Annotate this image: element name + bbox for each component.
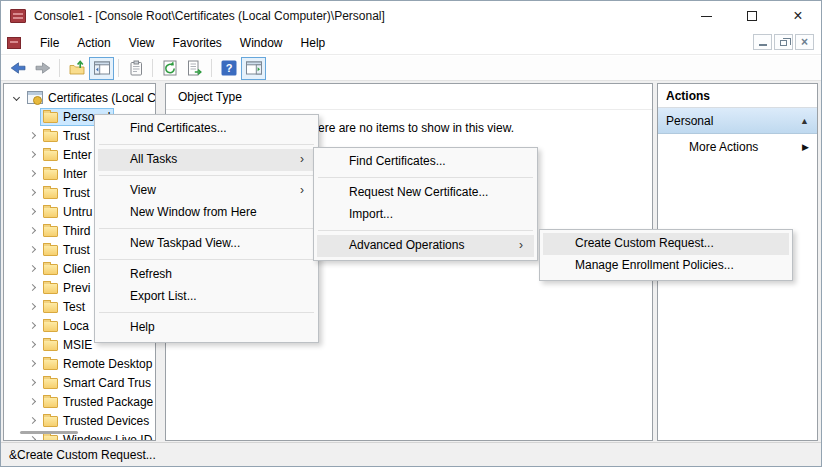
actions-group-personal[interactable]: Personal ▲ [658,108,817,134]
menu-item-label: Help [130,320,155,334]
menu-item-import[interactable]: Import... [317,204,534,226]
minimize-button[interactable] [683,1,729,31]
certstore-icon [27,91,43,104]
tree-item-remote-desktop[interactable]: Remote Desktop [4,354,155,373]
menu-item-advanced-operations[interactable]: Advanced Operations› [317,235,534,257]
collapsed-chevron-icon[interactable] [24,361,40,366]
console-child-icon[interactable] [7,37,21,49]
collapsed-chevron-icon[interactable] [24,190,40,195]
folder-icon [43,226,58,237]
collapsed-chevron-icon[interactable] [24,380,40,385]
toolbar-show-action-pane-button[interactable] [241,57,266,80]
menubar-item-action[interactable]: Action [68,31,119,54]
folder-icon [43,283,58,294]
collapsed-chevron-icon[interactable] [24,266,40,271]
tree-item-certificates-local-c[interactable]: Certificates (Local C [4,88,155,107]
menu-item-all-tasks[interactable]: All Tasks› [98,149,315,171]
minimize-icon [701,16,712,17]
tree-item-label: Loca [58,319,89,333]
folder-icon [43,245,58,256]
title-bar[interactable]: Console1 - [Console Root\Certificates (L… [1,1,821,31]
maximize-button[interactable] [729,1,775,31]
folder-icon [43,321,58,332]
menu-item-create-custom-request[interactable]: Create Custom Request... [543,233,789,255]
tree-item-body: Remote Desktop [40,355,156,373]
expanded-chevron-icon[interactable] [8,95,24,100]
menu-item-label: Manage Enrollment Policies... [575,258,734,272]
collapsed-chevron-icon[interactable] [24,323,40,328]
collapsed-chevron-icon[interactable] [24,418,40,423]
collapsed-chevron-icon[interactable] [24,437,40,441]
toolbar-clipboard-button[interactable] [123,57,148,80]
collapsed-chevron-icon[interactable] [24,285,40,290]
menubar-item-favorites[interactable]: Favorites [164,31,231,54]
tree-item-label: MSIE [58,338,92,352]
menu-item-label: Import... [349,207,393,221]
menu-item-help[interactable]: Help [98,317,315,339]
more-actions-label: More Actions [689,140,758,154]
menu-item-find-certificates[interactable]: Find Certificates... [98,118,315,140]
mdi-close-button[interactable]: × [795,34,814,50]
toolbar-separator [118,59,119,77]
all-tasks-submenu: Find Certificates...Request New Certific… [313,147,538,261]
mmc-window: Console1 - [Console Root\Certificates (L… [0,0,822,467]
toolbar-export-list-button[interactable] [182,57,207,80]
folder-icon [43,112,58,123]
menu-item-refresh[interactable]: Refresh [98,264,315,286]
mdi-restore-icon [780,40,787,46]
tree-item-trusted-package[interactable]: Trusted Package [4,392,155,411]
context-menu: Find Certificates...All Tasks›View›New W… [94,114,319,343]
clipboard-icon [127,59,145,77]
menu-item-label: Create Custom Request... [575,236,714,250]
tree-item-trusted-devices[interactable]: Trusted Devices [4,411,155,430]
collapsed-chevron-icon[interactable] [24,247,40,252]
column-header-object-type[interactable]: Object Type [166,84,652,110]
toolbar-help-button[interactable]: ? [216,57,241,80]
mdi-restore-button[interactable] [774,34,793,50]
menu-item-export-list[interactable]: Export List... [98,286,315,308]
menu-item-manage-enrollment-policies[interactable]: Manage Enrollment Policies... [543,255,789,277]
tree-item-body: Trusted Devices [40,412,153,430]
collapsed-chevron-icon[interactable] [24,209,40,214]
toolbar-forward-button[interactable] [30,57,55,80]
menubar-item-window[interactable]: Window [231,31,292,54]
more-actions-arrow-icon: ▶ [802,142,809,152]
collapsed-chevron-icon[interactable] [24,152,40,157]
collapsed-chevron-icon[interactable] [24,228,40,233]
mdi-minimize-button[interactable] [753,34,772,50]
menu-item-label: Find Certificates... [130,121,227,135]
collapse-group-icon[interactable]: ▲ [800,116,809,126]
tree-item-body: Third [40,222,94,240]
menubar-item-help[interactable]: Help [292,31,335,54]
show-console-tree-icon [93,59,111,77]
tree-item-label: Trust [58,129,90,143]
toolbar-separator [152,59,153,77]
collapsed-chevron-icon[interactable] [24,342,40,347]
menu-item-find-certificates[interactable]: Find Certificates... [317,151,534,173]
actions-group-label: Personal [666,114,713,128]
menubar-item-view[interactable]: View [120,31,164,54]
collapsed-chevron-icon[interactable] [24,399,40,404]
collapsed-chevron-icon[interactable] [24,133,40,138]
svg-text:?: ? [225,62,232,74]
tree-item-smart-card-trus[interactable]: Smart Card Trus [4,373,155,392]
close-button[interactable]: × [775,1,821,31]
more-actions-item[interactable]: More Actions ▶ [658,134,817,160]
menu-bar: FileActionViewFavoritesWindowHelp × [1,31,821,55]
collapsed-chevron-icon[interactable] [24,171,40,176]
menu-separator [99,144,314,145]
collapsed-chevron-icon[interactable] [24,304,40,309]
menubar-item-file[interactable]: File [31,31,68,54]
toolbar-refresh-button[interactable] [157,57,182,80]
menu-item-view[interactable]: View› [98,180,315,202]
toolbar-back-button[interactable] [5,57,30,80]
up-one-level-icon [68,59,86,77]
menu-item-request-new-certificate[interactable]: Request New Certificate... [317,182,534,204]
export-list-icon [186,59,204,77]
menu-separator [318,230,533,231]
menu-item-new-window-from-here[interactable]: New Window from Here [98,202,315,224]
toolbar-show-console-tree-button[interactable] [89,57,114,80]
tree-horizontal-scrollbar[interactable] [20,431,78,434]
toolbar-up-one-level-button[interactable] [64,57,89,80]
menu-item-new-taskpad-view[interactable]: New Taskpad View... [98,233,315,255]
